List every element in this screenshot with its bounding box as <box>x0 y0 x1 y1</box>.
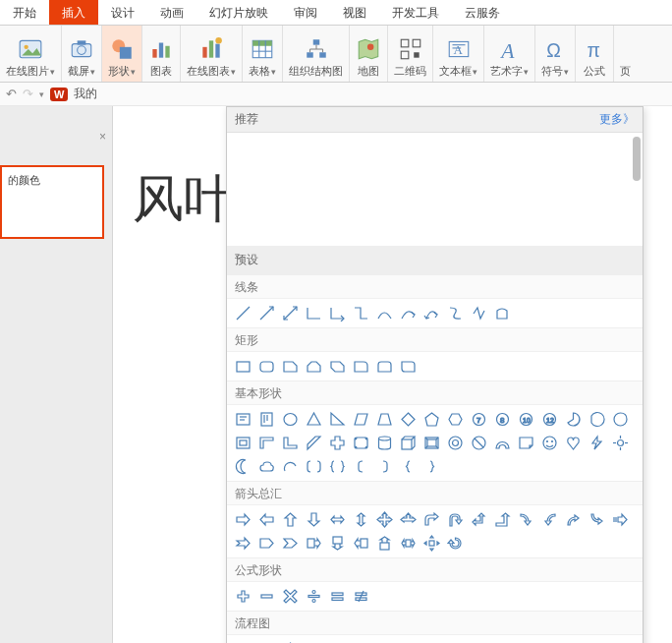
undo-icon[interactable]: ↶ <box>6 87 17 101</box>
shape-textbox-v[interactable] <box>256 409 277 430</box>
shape-curve[interactable] <box>374 303 395 323</box>
shape-snip1[interactable] <box>280 356 301 377</box>
tab-review[interactable]: 审阅 <box>281 0 330 25</box>
arrow-callout-down[interactable] <box>327 533 348 554</box>
shape-heart[interactable] <box>563 433 584 453</box>
flow-manual-op[interactable] <box>492 639 513 643</box>
shape-elbow[interactable] <box>304 303 324 323</box>
flow-data[interactable] <box>304 639 324 643</box>
redo-icon[interactable]: ↷ <box>23 87 33 101</box>
shape-no-symbol[interactable] <box>469 433 489 453</box>
shape-arc[interactable] <box>280 456 301 477</box>
shape-smiley[interactable] <box>539 433 560 453</box>
close-icon[interactable]: × <box>99 130 106 144</box>
tab-devtools[interactable]: 开发工具 <box>379 0 452 25</box>
org-chart-button[interactable]: 组织结构图 <box>283 26 350 82</box>
shape-elbow-arrow[interactable] <box>327 303 348 323</box>
arrow-bent-up[interactable] <box>492 509 513 530</box>
qrcode-button[interactable]: 二维码 <box>388 26 433 82</box>
shape-half-frame[interactable] <box>256 433 277 453</box>
flow-internal[interactable] <box>351 639 371 643</box>
slide-thumbnail[interactable]: 的颜色 <box>0 165 104 239</box>
shape-right-bracket[interactable] <box>374 456 395 477</box>
arrow-up[interactable] <box>280 509 301 530</box>
online-image-button[interactable]: 在线图片 <box>0 26 62 82</box>
math-multiply[interactable] <box>280 586 301 607</box>
shape-l-shape[interactable] <box>280 433 301 453</box>
arrow-leftright[interactable] <box>327 509 348 530</box>
flow-predef[interactable] <box>327 639 348 643</box>
shape-right-brace[interactable] <box>421 456 442 477</box>
map-button[interactable]: 地图 <box>350 26 388 82</box>
tab-design[interactable]: 设计 <box>98 0 147 25</box>
arrow-striped[interactable] <box>610 509 631 530</box>
symbol-button[interactable]: Ω 符号 <box>535 26 576 82</box>
shape-round-rect[interactable] <box>256 356 277 377</box>
math-plus[interactable] <box>233 586 253 607</box>
wordart-button[interactable]: A 艺术字 <box>484 26 535 82</box>
shape-donut[interactable] <box>445 433 466 453</box>
shape-left-bracket[interactable] <box>351 456 371 477</box>
shape-cloud[interactable] <box>256 456 277 477</box>
shape-pie[interactable] <box>563 409 584 430</box>
popup-more-link[interactable]: 更多》 <box>599 111 635 128</box>
shapes-button[interactable]: 形状 <box>102 26 142 82</box>
shape-line-double-arrow[interactable] <box>280 303 301 323</box>
tab-view[interactable]: 视图 <box>330 0 379 25</box>
shape-double-bracket[interactable] <box>304 456 324 477</box>
shape-lightning[interactable] <box>587 433 607 453</box>
flow-decision[interactable] <box>280 639 301 643</box>
tab-insert[interactable]: 插入 <box>49 0 98 25</box>
tab-start[interactable]: 开始 <box>0 0 49 25</box>
shape-snip-diag[interactable] <box>327 356 348 377</box>
shape-pentagon[interactable] <box>421 409 442 430</box>
shape-decagon[interactable]: 10 <box>516 409 536 430</box>
math-equal[interactable] <box>327 586 348 607</box>
scrollbar[interactable] <box>633 137 641 242</box>
shape-scribble[interactable] <box>469 303 489 323</box>
shape-bevel[interactable] <box>421 433 442 453</box>
shape-round2-same[interactable] <box>374 356 395 377</box>
flow-manual-input[interactable] <box>469 639 489 643</box>
shape-curve-double[interactable] <box>421 303 442 323</box>
shape-elbow-double[interactable] <box>351 303 371 323</box>
flow-punched-tape[interactable] <box>587 639 607 643</box>
shape-parallelogram[interactable] <box>351 409 371 430</box>
arrow-curved-down[interactable] <box>587 509 607 530</box>
shape-right-triangle[interactable] <box>327 409 348 430</box>
arrow-curved-right[interactable] <box>516 509 536 530</box>
shape-line[interactable] <box>233 303 253 323</box>
shape-rect[interactable] <box>233 356 253 377</box>
shape-plaque[interactable] <box>351 433 371 453</box>
shape-cube[interactable] <box>398 433 419 453</box>
chart-button[interactable]: 图表 <box>142 26 181 82</box>
shape-freeform-closed[interactable] <box>492 303 513 323</box>
shape-cross[interactable] <box>327 433 348 453</box>
shape-block-arc[interactable] <box>492 433 513 453</box>
arrow-pentagon[interactable] <box>256 533 277 554</box>
flow-terminator[interactable] <box>421 639 442 643</box>
page-button[interactable]: 页 <box>614 26 637 82</box>
shape-heptagon[interactable]: 7 <box>469 409 489 430</box>
arrow-curved-left[interactable] <box>539 509 560 530</box>
arrow-uturn[interactable] <box>445 509 466 530</box>
math-divide[interactable] <box>304 586 324 607</box>
shape-sun[interactable] <box>610 433 631 453</box>
formula-button[interactable]: π 公式 <box>576 26 614 82</box>
flow-summing[interactable] <box>610 639 631 643</box>
shape-trapezoid[interactable] <box>374 409 395 430</box>
my-label[interactable]: 我的 <box>74 86 97 102</box>
arrow-right[interactable] <box>233 509 253 530</box>
textbox-button[interactable]: A 文本框 <box>433 26 484 82</box>
shape-frame[interactable] <box>233 433 253 453</box>
arrow-leftup[interactable] <box>469 509 489 530</box>
arrow-callout-quad[interactable] <box>421 533 442 554</box>
shape-round2-diag[interactable] <box>398 356 419 377</box>
shape-round1[interactable] <box>351 356 371 377</box>
dropdown-icon[interactable]: ▾ <box>39 89 44 99</box>
arrow-callout-up[interactable] <box>374 533 395 554</box>
arrow-notched[interactable] <box>233 533 253 554</box>
arrow-callout-left[interactable] <box>351 533 371 554</box>
flow-card[interactable] <box>563 639 584 643</box>
shape-moon[interactable] <box>233 456 253 477</box>
